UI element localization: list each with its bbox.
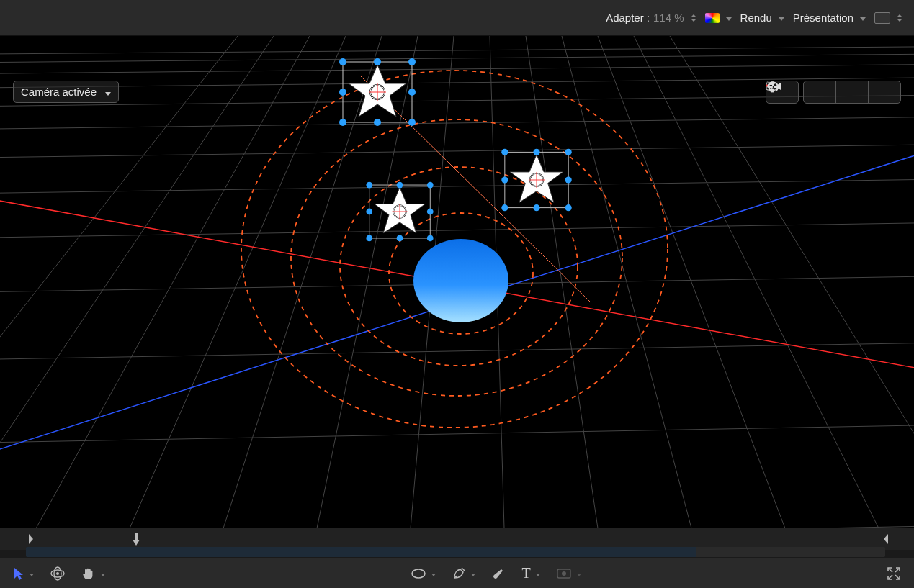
svg-line-15 xyxy=(223,36,382,528)
svg-point-93 xyxy=(562,571,566,576)
presentation-dropdown[interactable]: Présentation xyxy=(792,9,867,27)
chevron-down-icon xyxy=(99,568,105,579)
svg-point-90 xyxy=(455,575,457,576)
svg-point-32 xyxy=(339,58,346,65)
svg-line-7 xyxy=(0,176,914,197)
bottom-toolbar: T xyxy=(0,558,914,588)
camera-label: Caméra activée xyxy=(21,86,97,98)
render-label: Rendu xyxy=(740,12,772,24)
svg-line-14 xyxy=(130,36,346,528)
central-sphere xyxy=(413,239,508,322)
fullscreen-icon xyxy=(887,566,901,581)
mask-tool[interactable] xyxy=(553,561,584,586)
chevron-down-icon xyxy=(723,12,732,23)
adapter-label: Adapter : xyxy=(606,12,650,24)
chevron-down-icon xyxy=(102,86,111,98)
svg-line-11 xyxy=(0,420,914,448)
text-tool[interactable]: T xyxy=(519,561,542,586)
orbit-3d-button[interactable] xyxy=(835,81,868,103)
chevron-down-icon xyxy=(857,12,866,23)
shape-tool[interactable] xyxy=(408,561,439,586)
svg-point-34 xyxy=(408,58,416,65)
svg-point-61 xyxy=(533,149,539,155)
orbit-3d-icon xyxy=(50,566,66,581)
select-tool[interactable] xyxy=(10,561,37,586)
svg-point-67 xyxy=(565,176,572,183)
zoom-value: 114 % xyxy=(653,12,684,24)
svg-point-49 xyxy=(366,235,372,242)
svg-line-12 xyxy=(0,521,914,528)
svg-marker-85 xyxy=(14,568,23,580)
svg-point-52 xyxy=(366,209,372,215)
chevron-down-icon xyxy=(27,568,34,579)
svg-line-21 xyxy=(598,36,785,528)
svg-line-91 xyxy=(462,568,465,571)
transform-3d-tool[interactable] xyxy=(47,561,68,586)
svg-line-13 xyxy=(36,36,310,528)
svg-line-96 xyxy=(895,575,899,579)
out-point-icon[interactable] xyxy=(882,533,890,546)
playhead-icon[interactable] xyxy=(133,533,140,546)
svg-point-64 xyxy=(533,204,539,211)
fullscreen-button[interactable] xyxy=(884,561,904,586)
svg-point-48 xyxy=(427,182,434,189)
brush-icon xyxy=(491,566,506,581)
arrow-cursor-icon xyxy=(13,566,24,581)
svg-line-95 xyxy=(895,569,899,572)
render-dropdown[interactable]: Rendu xyxy=(739,9,786,27)
svg-point-66 xyxy=(501,176,508,183)
ellipse-icon xyxy=(411,568,426,579)
hand-tool[interactable] xyxy=(79,561,108,586)
color-wheel-icon xyxy=(705,13,720,23)
stepper-icon xyxy=(897,14,902,22)
svg-line-6 xyxy=(0,141,914,161)
svg-line-22 xyxy=(634,36,879,528)
top-toolbar: Adapter : 114 % Rendu Présentation xyxy=(0,0,914,36)
pen-tool[interactable] xyxy=(449,561,478,586)
svg-point-39 xyxy=(408,89,416,96)
color-channels-dropdown[interactable] xyxy=(704,9,733,26)
svg-point-65 xyxy=(565,204,572,211)
svg-marker-81 xyxy=(29,534,33,544)
svg-rect-82 xyxy=(135,533,138,540)
pen-icon xyxy=(452,566,466,581)
zoom-dropdown[interactable]: Adapter : 114 % xyxy=(604,9,697,27)
svg-line-5 xyxy=(0,114,914,132)
svg-point-60 xyxy=(501,149,508,155)
svg-point-88 xyxy=(56,572,59,575)
mask-icon xyxy=(556,568,572,579)
svg-point-63 xyxy=(501,204,508,211)
svg-point-37 xyxy=(408,119,416,126)
svg-marker-83 xyxy=(133,540,140,546)
svg-line-25 xyxy=(0,36,238,528)
hand-icon xyxy=(81,566,96,581)
svg-line-2 xyxy=(0,62,914,76)
dolly-3d-button[interactable] xyxy=(868,81,900,103)
chevron-down-icon xyxy=(469,568,475,579)
svg-line-97 xyxy=(889,575,892,579)
svg-point-35 xyxy=(339,119,346,126)
svg-line-24 xyxy=(0,36,274,528)
timeline-strip[interactable] xyxy=(26,547,885,557)
svg-point-51 xyxy=(427,235,434,242)
safe-zones-icon xyxy=(874,12,890,24)
svg-line-1 xyxy=(0,52,914,65)
svg-point-50 xyxy=(397,235,403,242)
chevron-down-icon xyxy=(776,12,784,23)
pan-3d-button[interactable] xyxy=(804,81,835,103)
chevron-down-icon xyxy=(534,568,540,579)
safe-zones-dropdown[interactable] xyxy=(873,9,904,27)
stepper-icon xyxy=(691,14,696,22)
svg-point-46 xyxy=(366,182,372,189)
presentation-label: Présentation xyxy=(793,12,853,24)
in-point-icon[interactable] xyxy=(27,533,35,546)
chevron-down-icon xyxy=(575,568,581,579)
camera-dropdown[interactable]: Caméra activée xyxy=(13,81,119,103)
canvas-viewport[interactable]: Caméra activée xyxy=(0,36,914,528)
svg-point-47 xyxy=(397,182,403,189)
star-object-2 xyxy=(366,182,433,242)
svg-point-33 xyxy=(374,58,381,65)
brush-tool[interactable] xyxy=(488,561,508,586)
view-3d-controls xyxy=(766,81,901,104)
svg-point-36 xyxy=(374,119,381,126)
